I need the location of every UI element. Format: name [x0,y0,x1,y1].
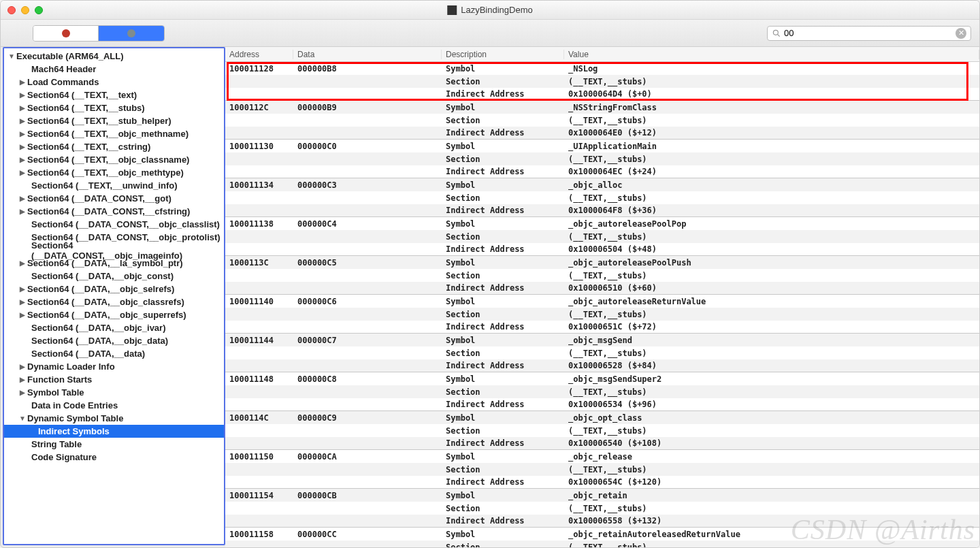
sidebar-item[interactable]: ▶Section64 (__TEXT,__objc_methtype) [4,166,224,179]
seg-left[interactable] [33,26,99,41]
col-value[interactable]: Value [564,50,979,59]
table-row[interactable]: 100011158000000CCSymbol_objc_retainAutor… [225,528,979,541]
sidebar-item[interactable]: ▶Section64 (__TEXT,__text) [4,88,224,101]
table-row[interactable]: Indirect Address0x100006504 ($+48) [225,243,979,256]
sidebar-item[interactable]: ▶Load Commands [4,76,224,88]
sidebar-item[interactable]: ▶Section64 (__TEXT,__objc_classname) [4,153,224,166]
sidebar-item[interactable]: ▶Symbol Table [4,386,224,399]
table-row[interactable]: 100011144000000C7Symbol_objc_msgSend [225,334,979,346]
cell-value: (__TEXT,__stubs) [564,504,979,513]
table-row[interactable]: 100011130000000C0Symbol_UIApplicationMai… [225,140,979,152]
table-row[interactable]: 100011128000000B8Symbol_NSLog [225,62,979,75]
table-row[interactable]: Section(__TEXT,__stubs) [225,114,979,127]
sidebar-item[interactable]: ▶Section64 (__TEXT,__objc_methname) [4,127,224,140]
cell-description: Indirect Address [442,128,564,138]
table-row[interactable]: Indirect Address0x1000064E0 ($+12) [225,127,979,140]
close-icon[interactable] [7,6,16,14]
sidebar-item[interactable]: Mach64 Header [4,63,224,76]
svg-point-0 [62,29,70,37]
table-row[interactable]: Indirect Address0x100006528 ($+84) [225,359,979,372]
table-row[interactable]: 1000113C000000C5Symbol_objc_autoreleaseP… [225,256,979,269]
table-row[interactable]: Indirect Address0x100006510 ($+60) [225,282,979,295]
toolbar: ✕ [1,20,979,47]
sidebar-item[interactable]: Data in Code Entries [4,399,224,412]
sidebar-item[interactable]: ▶Section64 (__TEXT,__cstring) [4,140,224,153]
table-row[interactable]: 100011150000000CASymbol_objc_release [225,450,979,463]
table-row[interactable]: 100011148000000C8Symbol_objc_msgSendSupe… [225,372,979,385]
sidebar-item-label: Section64 (__TEXT,__stubs) [27,103,145,113]
table-row[interactable]: Section(__TEXT,__stubs) [225,463,979,476]
sidebar-item[interactable]: ▶Section64 (__DATA,__objc_selrefs) [4,283,224,295]
cell-value: 0x100006504 ($+48) [564,244,979,254]
seg-right[interactable] [99,26,164,41]
table-row[interactable]: Indirect Address0x1000064D4 ($+0) [225,88,979,101]
table-row[interactable]: Indirect Address0x100006558 ($+132) [225,515,979,528]
table-row[interactable]: Indirect Address0x100006534 ($+96) [225,398,979,411]
cell-value: _objc_autoreleaseReturnValue [564,297,979,306]
col-address[interactable]: Address [225,50,293,59]
sidebar[interactable]: ▼Executable (ARM64_ALL)Mach64 Header▶Loa… [3,47,225,545]
table-row[interactable]: Indirect Address0x1000064F8 ($+36) [225,204,979,217]
col-description[interactable]: Description [442,50,564,59]
sidebar-item[interactable]: ▶Section64 (__TEXT,__stubs) [4,101,224,114]
table-row[interactable]: Section(__TEXT,__stubs) [225,385,979,398]
cell-value: 0x100006534 ($+96) [564,400,979,409]
table-body[interactable]: 100011128000000B8Symbol_NSLogSection(__T… [225,62,979,547]
table-row[interactable]: Section(__TEXT,__stubs) [225,346,979,359]
table-row[interactable]: Section(__TEXT,__stubs) [225,75,979,88]
sidebar-item[interactable]: ▶Dynamic Loader Info [4,360,224,373]
zoom-icon[interactable] [35,6,43,14]
arch-segmented[interactable] [33,25,165,42]
chevron-right-icon: ▶ [19,91,26,99]
table-row[interactable]: 100011140000000C6Symbol_objc_autorelease… [225,295,979,308]
sidebar-item[interactable]: ▶Section64 (__DATA,__objc_superrefs) [4,308,224,321]
sidebar-item[interactable]: Section64 (__DATA_CONST,__objc_imageinfo… [4,244,224,257]
sidebar-item[interactable]: Section64 (__DATA,__data) [4,347,224,360]
sidebar-item[interactable]: Section64 (__DATA,__objc_data) [4,334,224,347]
table-row[interactable]: 100011138000000C4Symbol_objc_autorelease… [225,217,979,230]
minimize-icon[interactable] [21,6,29,14]
sidebar-item[interactable]: Code Signature [4,451,224,464]
table-row[interactable]: 1000114C000000C9Symbol_objc_opt_class [225,411,979,424]
table-row[interactable]: Section(__TEXT,__stubs) [225,308,979,321]
sidebar-item[interactable]: ▶Section64 (__TEXT,__stub_helper) [4,114,224,127]
sidebar-item[interactable]: String Table [4,438,224,451]
table-row[interactable]: Section(__TEXT,__stubs) [225,541,979,547]
sidebar-item-label: Section64 (__DATA,__objc_data) [31,336,168,346]
col-data[interactable]: Data [293,50,442,59]
table-row[interactable]: Section(__TEXT,__stubs) [225,152,979,165]
sidebar-item[interactable]: Section64 (__DATA,__objc_const) [4,270,224,283]
table-row[interactable]: Indirect Address0x10000651C ($+72) [225,321,979,334]
table-row[interactable]: Section(__TEXT,__stubs) [225,269,979,282]
sidebar-item[interactable]: Indirect Symbols [4,425,224,438]
sidebar-item[interactable]: ▶Section64 (__DATA,__objc_classrefs) [4,295,224,308]
cell-value: 0x100006528 ($+84) [564,361,979,370]
cell-value: _UIApplicationMain [564,142,979,151]
search-input[interactable] [784,28,956,38]
sidebar-item[interactable]: ▼Dynamic Symbol Table [4,412,224,425]
sidebar-root[interactable]: ▼Executable (ARM64_ALL) [4,50,224,63]
chevron-right-icon: ▶ [19,363,26,370]
table-row[interactable]: Section(__TEXT,__stubs) [225,424,979,437]
sidebar-item-label: Indirect Symbols [38,426,110,436]
sidebar-item-label: Section64 (__DATA_CONST,__got) [27,193,172,204]
table-row[interactable]: Indirect Address0x100006540 ($+108) [225,437,979,450]
sidebar-item[interactable]: ▶Section64 (__DATA_CONST,__got) [4,192,224,205]
table-row[interactable]: Indirect Address0x1000064EC ($+24) [225,165,979,178]
table-row[interactable]: 100011134000000C3Symbol_objc_alloc [225,178,979,191]
sidebar-item[interactable]: Section64 (__DATA_CONST,__objc_classlist… [4,218,224,231]
sidebar-item[interactable]: ▶Section64 (__DATA_CONST,__cfstring) [4,205,224,218]
table-row[interactable]: Section(__TEXT,__stubs) [225,191,979,204]
sidebar-item-label: Section64 (__TEXT,__cstring) [27,142,150,152]
sidebar-item[interactable]: Section64 (__DATA,__objc_ivar) [4,321,224,334]
clear-search-icon[interactable]: ✕ [956,28,966,39]
table-row[interactable]: Section(__TEXT,__stubs) [225,502,979,515]
table-row[interactable]: 1000112C000000B9Symbol_NSStringFromClass [225,101,979,114]
table-row[interactable]: Indirect Address0x10000654C ($+120) [225,476,979,489]
sidebar-item[interactable]: Section64 (__TEXT,__unwind_info) [4,179,224,192]
sidebar-item[interactable]: ▶Function Starts [4,373,224,386]
cell-description: Symbol [442,258,564,268]
table-row[interactable]: 100011154000000CBSymbol_objc_retain [225,489,979,502]
table-row[interactable]: Section(__TEXT,__stubs) [225,230,979,243]
search-field[interactable]: ✕ [767,26,971,41]
